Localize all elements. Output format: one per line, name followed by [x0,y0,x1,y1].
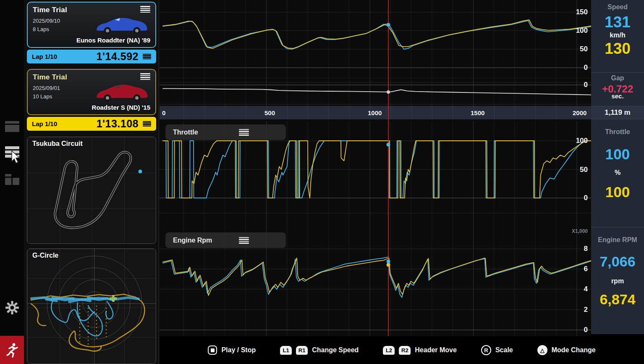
triangle-button-icon: △ [537,345,547,355]
cursor-dot-throttle [387,143,390,147]
control-label: Change Speed [312,346,359,354]
lap-label: Lap 1/10 [32,120,57,127]
menu-icon[interactable] [140,73,150,80]
layout-single-icon[interactable] [5,121,19,132]
g-circle-plot [27,249,156,364]
tick-label: 50 [563,166,588,174]
menu-icon[interactable] [143,121,151,127]
rpm-label: Engine RPM [591,236,644,244]
playback-cursor[interactable] [388,0,389,336]
bar [5,146,19,149]
tick-label: 0 [563,326,588,334]
tick-label: 0 [563,81,588,89]
car-image-blue [94,14,149,35]
bar [5,125,19,132]
menu-icon[interactable] [140,6,150,13]
mode-change-control[interactable]: △ Mode Change [537,345,596,355]
card-header: Time Trial [33,6,150,14]
rpm-chart-header[interactable]: Engine Rpm [165,232,286,248]
tick-label: 1000 [368,109,382,116]
car-name: Roadster S (ND) '15 [92,104,150,111]
r2-button-icon: R2 [399,346,411,355]
session-card-blue[interactable]: Time Trial 2025/09/10 8 Laps Eunos Roadd… [27,2,156,48]
speed-value-blue: 131 [591,13,644,31]
lap-row-blue[interactable]: Lap 1/10 1'14.592 [27,50,156,63]
gap-label: Gap [591,74,644,82]
controller-hint-bar: Play / Stop L1 R1 Change Speed L2 R2 Hea… [160,336,644,364]
tick-label: 2 [563,306,588,314]
tick-label: 500 [264,109,275,116]
track-title: Tsukuba Circuit [32,140,83,148]
card-header: Time Trial [33,73,150,82]
cursor-dot-gap [387,90,390,94]
speed-label: Speed [591,3,644,11]
menu-icon[interactable] [239,129,249,136]
throttle-chart-header[interactable]: Throttle [165,124,286,140]
bar [5,174,11,177]
speed-value-yellow: 130 [591,40,644,58]
menu-icon[interactable] [143,54,151,60]
speed-chart[interactable] [160,0,591,78]
card-title: Time Trial [33,6,67,14]
car-image-red [94,82,149,103]
control-label: Play / Stop [221,346,256,354]
menu-icon[interactable] [239,237,249,244]
tick-label: 6 [563,265,588,273]
icon-sidebar [0,0,24,364]
g-circle-title: G-Circle [32,252,58,259]
car-name: Eunos Roaddter (NA) '89 [76,37,150,44]
cursor-dot-speed [387,23,390,27]
session-card-yellow[interactable]: Time Trial 2025/09/01 10 Laps Roadster S… [27,69,156,115]
tick-label: 150 [563,8,588,16]
r1-button-icon: R1 [296,346,308,355]
tick-label: X1,000 [572,228,588,234]
cursor-dot-rpm-yellow [387,263,390,267]
speed-unit: km/h [591,32,644,39]
l1-button-icon: L1 [280,346,292,355]
tick-label: 0 [563,194,588,202]
g-circle-panel[interactable]: G-Circle [27,248,156,364]
rpm-unit: rpm [591,277,644,285]
tick-label: 2000 [573,109,586,116]
divider [591,227,644,227]
divider [591,72,644,73]
play-stop-control[interactable]: Play / Stop [208,346,256,355]
telemetry-charts[interactable]: Throttle Engine Rpm 15010050001005008642… [160,0,591,336]
throttle-label: Throttle [591,128,644,136]
tick-label: 50 [563,45,588,53]
tick-label: 100 [563,137,588,145]
track-map-panel[interactable]: Tsukuba Circuit [27,137,156,244]
cursor-dot-rpm-blue [387,260,390,264]
rpm-value-blue: 7,066 [591,253,644,270]
control-label: Mode Change [552,346,596,354]
l2-button-icon: L2 [383,346,395,355]
scale-control[interactable]: R Scale [481,345,513,355]
distance-readout: 1,119 m [591,106,644,119]
runner-icon [5,342,19,359]
r-stick-icon: R [481,345,491,355]
throttle-value-yellow: 100 [591,184,644,200]
square-button-icon [208,346,217,355]
tick-label: 0 [162,109,165,116]
header-move-control[interactable]: L2 R2 Header Move [383,346,457,355]
tick-label: 0 [563,63,588,72]
track-map [27,137,156,243]
lap-time: 1'13.108 [97,118,139,130]
exit-button[interactable] [0,336,24,364]
gap-chart[interactable] [160,78,591,106]
lap-row-yellow[interactable]: Lap 1/10 1'13.108 [27,117,156,131]
bar [5,121,19,124]
tick-label: 8 [563,245,588,253]
rpm-header-label: Engine Rpm [173,237,212,244]
session-panel: Time Trial 2025/09/10 8 Laps Eunos Roadd… [24,0,159,364]
bar [13,178,19,185]
lap-time: 1'14.592 [97,50,139,63]
rpm-value-yellow: 6,874 [591,291,644,308]
bar-row [5,178,19,185]
change-speed-control[interactable]: L1 R1 Change Speed [280,346,359,355]
throttle-unit: % [591,169,644,177]
tick-label: 4 [563,285,588,293]
gear-icon[interactable] [5,300,20,315]
layout-columns-icon[interactable] [5,174,19,185]
tick-label: 1500 [471,109,484,116]
